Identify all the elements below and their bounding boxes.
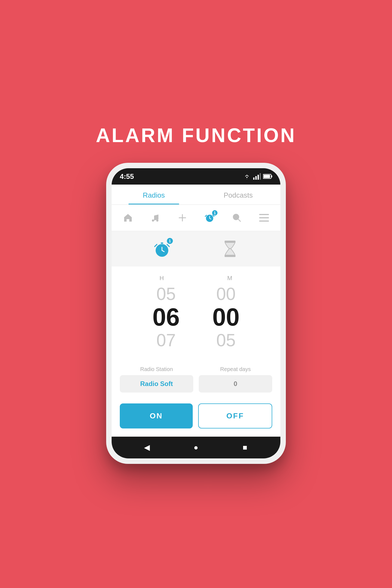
- search-icon: [232, 213, 242, 223]
- page-title: ALARM FUNCTION: [96, 124, 296, 146]
- toolbar: 1: [112, 205, 280, 231]
- wifi-icon: [243, 173, 251, 180]
- music-icon: [150, 213, 160, 223]
- repeat-days-label: Repeat days: [199, 366, 272, 372]
- alarm-mode-button[interactable]: 1: [152, 239, 171, 258]
- nav-bar: ◀ ● ■: [112, 437, 280, 458]
- hour-current: 06: [152, 304, 180, 331]
- hour-next: 07: [156, 331, 176, 350]
- radio-station-value[interactable]: Radio Soft: [120, 375, 193, 393]
- svg-rect-2: [258, 175, 259, 180]
- svg-rect-1: [255, 176, 257, 180]
- hour-prev: 05: [156, 284, 176, 304]
- svg-rect-17: [225, 255, 235, 257]
- tab-podcasts[interactable]: Podcasts: [196, 185, 280, 204]
- minute-label: M: [203, 275, 257, 282]
- content-area: 1 H M: [112, 231, 280, 437]
- toolbar-home[interactable]: [118, 210, 137, 226]
- svg-rect-5: [271, 175, 272, 177]
- menu-icon: [259, 214, 269, 222]
- home-icon: [123, 213, 133, 223]
- signal-icon: [253, 173, 261, 180]
- svg-rect-15: [161, 243, 163, 244]
- svg-rect-0: [253, 177, 255, 180]
- back-button[interactable]: ◀: [140, 441, 154, 454]
- repeat-days-value[interactable]: 0: [199, 375, 272, 393]
- off-button[interactable]: OFF: [198, 403, 272, 428]
- toolbar-music[interactable]: [146, 210, 165, 226]
- toolbar-alarm[interactable]: 1: [200, 210, 219, 226]
- svg-line-10: [238, 219, 241, 222]
- home-button[interactable]: ●: [189, 441, 203, 454]
- svg-rect-12: [259, 217, 269, 218]
- minute-prev: 00: [216, 284, 235, 304]
- minute-column[interactable]: 00 00 05: [201, 284, 250, 350]
- recent-button[interactable]: ■: [238, 441, 252, 454]
- toolbar-menu[interactable]: [255, 210, 274, 226]
- time-picker: H M 05 06 07 00 00 05: [112, 267, 280, 358]
- svg-rect-13: [259, 220, 269, 222]
- radio-station-label: Radio Station: [120, 366, 193, 372]
- tabs-row: Radios Podcasts: [112, 185, 280, 205]
- tab-radios[interactable]: Radios: [112, 185, 196, 204]
- minute-current: 00: [212, 304, 240, 331]
- time-labels: H M: [122, 275, 270, 282]
- time-columns: 05 06 07 00 00 05: [122, 284, 270, 350]
- settings-row: Radio Station Radio Soft Repeat days 0: [112, 358, 280, 398]
- svg-rect-16: [225, 241, 235, 243]
- battery-icon: [263, 174, 272, 179]
- alarm-badge: 1: [212, 210, 218, 216]
- mode-selector: 1: [112, 231, 280, 267]
- on-button[interactable]: ON: [120, 403, 193, 428]
- minute-next: 05: [216, 331, 235, 350]
- status-icons: [243, 173, 272, 180]
- phone-inner: 4:55: [112, 168, 280, 458]
- alarm-mode-badge: 1: [167, 238, 173, 244]
- status-time: 4:55: [120, 172, 134, 181]
- radio-station-group: Radio Station Radio Soft: [120, 366, 193, 393]
- toolbar-search[interactable]: [227, 210, 246, 226]
- svg-rect-6: [264, 175, 270, 178]
- timer-mode-icon: [220, 239, 240, 258]
- svg-point-9: [233, 214, 239, 220]
- phone-shell: 4:55: [106, 163, 286, 464]
- buttons-row: ON OFF: [112, 398, 280, 437]
- hour-column[interactable]: 05 06 07: [142, 284, 191, 350]
- timer-mode-button[interactable]: [220, 239, 240, 258]
- toolbar-add[interactable]: [173, 210, 192, 226]
- status-bar: 4:55: [112, 168, 280, 185]
- add-icon: [177, 213, 187, 223]
- repeat-days-group: Repeat days 0: [199, 366, 272, 393]
- hour-label: H: [135, 275, 189, 282]
- svg-rect-3: [260, 173, 261, 180]
- svg-rect-11: [259, 214, 269, 215]
